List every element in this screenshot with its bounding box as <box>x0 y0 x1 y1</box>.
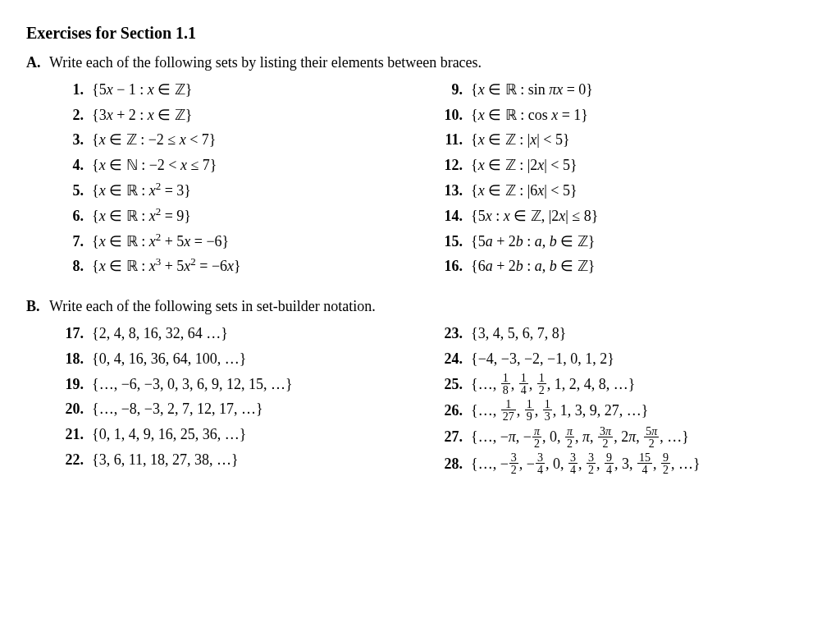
exercise-item: 3.{x ∈ ℤ : −2 ≤ x < 7} <box>56 128 435 152</box>
section-a-header: A. Write each of the following sets by l… <box>26 51 814 75</box>
exercise-expression: {3, 6, 11, 18, 27, 38, …} <box>92 448 239 472</box>
section-b-letter: B. <box>26 295 49 318</box>
exercise-item: 19.{…, −6, −3, 0, 3, 6, 9, 12, 15, …} <box>56 373 435 396</box>
exercise-item: 9.{x ∈ ℝ : sin πx = 0} <box>435 78 814 102</box>
exercise-expression: {…, −32, −34, 0, 34, 32, 94, 3, 154, 92,… <box>471 452 701 477</box>
exercise-expression: {0, 4, 16, 36, 64, 100, …} <box>92 347 246 371</box>
exercise-item: 4.{x ∈ ℕ : −2 < x ≤ 7} <box>56 153 435 177</box>
exercise-expression: {…, 18, 14, 12, 1, 2, 4, 8, …} <box>471 373 635 397</box>
exercise-expression: {…, 127, 19, 13, 1, 3, 9, 27, …} <box>471 399 648 424</box>
exercise-number: 14. <box>435 204 463 228</box>
exercise-expression: {2, 4, 8, 16, 32, 64 …} <box>92 322 228 346</box>
exercise-item: 24.{−4, −3, −2, −1, 0, 1, 2} <box>435 347 814 371</box>
exercise-expression: {x ∈ ℤ : |x| < 5} <box>471 128 570 152</box>
exercise-number: 21. <box>56 423 84 446</box>
exercise-expression: {5x − 1 : x ∈ ℤ} <box>92 78 192 102</box>
exercise-number: 17. <box>56 322 84 346</box>
exercise-item: 14.{5x : x ∈ ℤ, |2x| ≤ 8} <box>435 204 814 228</box>
exercise-item: 16.{6a + 2b : a, b ∈ ℤ} <box>435 254 814 278</box>
exercise-item: 25.{…, 18, 14, 12, 1, 2, 4, 8, …} <box>435 373 814 397</box>
exercise-expression: {3, 4, 5, 6, 7, 8} <box>471 322 566 346</box>
exercise-expression: {x ∈ ℝ : sin πx = 0} <box>471 78 593 102</box>
exercise-number: 7. <box>56 230 84 254</box>
exercise-item: 27.{…, −π, −π2, 0, π2, π, 3π2, 2π, 5π2, … <box>435 425 814 450</box>
exercise-number: 28. <box>435 452 463 476</box>
exercise-item: 22.{3, 6, 11, 18, 27, 38, …} <box>56 448 435 472</box>
exercise-expression: {x ∈ ℝ : cos x = 1} <box>471 103 588 127</box>
exercise-expression: {x ∈ ℝ : x2 = 3} <box>92 179 191 203</box>
exercise-item: 28.{…, −32, −34, 0, 34, 32, 94, 3, 154, … <box>435 452 814 477</box>
exercise-item: 17.{2, 4, 8, 16, 32, 64 …} <box>56 322 435 346</box>
exercise-item: 18.{0, 4, 16, 36, 64, 100, …} <box>56 347 435 371</box>
exercise-number: 19. <box>56 373 84 396</box>
section-a-prompt: Write each of the following sets by list… <box>49 51 482 75</box>
exercise-item: 8.{x ∈ ℝ : x3 + 5x2 = −6x} <box>56 254 435 278</box>
exercise-expression: {6a + 2b : a, b ∈ ℤ} <box>471 254 595 278</box>
exercise-number: 15. <box>435 230 463 254</box>
exercise-number: 2. <box>56 103 84 127</box>
exercise-expression: {x ∈ ℝ : x2 = 9} <box>92 204 191 228</box>
exercise-expression: {…, −π, −π2, 0, π2, π, 3π2, 2π, 5π2, …} <box>471 425 689 450</box>
exercise-expression: {…, −6, −3, 0, 3, 6, 9, 12, 15, …} <box>92 373 293 396</box>
exercise-item: 10.{x ∈ ℝ : cos x = 1} <box>435 103 814 127</box>
exercise-number: 1. <box>56 78 84 102</box>
exercise-item: 5.{x ∈ ℝ : x2 = 3} <box>56 179 435 203</box>
exercise-number: 23. <box>435 322 463 346</box>
exercise-number: 8. <box>56 254 84 278</box>
exercise-expression: {…, −8, −3, 2, 7, 12, 17, …} <box>92 397 263 421</box>
exercise-number: 5. <box>56 179 84 203</box>
exercise-item: 1.{5x − 1 : x ∈ ℤ} <box>56 78 435 102</box>
exercise-expression: {x ∈ ℕ : −2 < x ≤ 7} <box>92 153 217 177</box>
exercise-item: 13.{x ∈ ℤ : |6x| < 5} <box>435 179 814 203</box>
exercise-expression: {0, 1, 4, 9, 16, 25, 36, …} <box>92 423 246 446</box>
exercise-item: 23.{3, 4, 5, 6, 7, 8} <box>435 322 814 346</box>
exercise-expression: {x ∈ ℝ : x3 + 5x2 = −6x} <box>92 254 241 278</box>
exercise-number: 9. <box>435 78 463 102</box>
exercise-item: 20.{…, −8, −3, 2, 7, 12, 17, …} <box>56 397 435 421</box>
section-b-columns: 17.{2, 4, 8, 16, 32, 64 …}18.{0, 4, 16, … <box>26 320 814 478</box>
section-a-letter: A. <box>26 51 49 75</box>
exercise-item: 6.{x ∈ ℝ : x2 = 9} <box>56 204 435 228</box>
exercise-number: 22. <box>56 448 84 472</box>
section-b-prompt: Write each of the following sets in set-… <box>49 295 376 318</box>
section-b-left-col: 17.{2, 4, 8, 16, 32, 64 …}18.{0, 4, 16, … <box>56 320 435 478</box>
exercise-number: 27. <box>435 425 463 449</box>
exercise-number: 4. <box>56 153 84 177</box>
exercise-item: 15.{5a + 2b : a, b ∈ ℤ} <box>435 230 814 254</box>
exercise-number: 6. <box>56 204 84 228</box>
section-b-right-col: 23.{3, 4, 5, 6, 7, 8}24.{−4, −3, −2, −1,… <box>435 320 814 478</box>
exercise-expression: {x ∈ ℤ : |2x| < 5} <box>471 153 578 177</box>
exercise-number: 24. <box>435 347 463 371</box>
exercise-number: 26. <box>435 399 463 423</box>
exercise-number: 18. <box>56 347 84 371</box>
exercise-number: 20. <box>56 397 84 421</box>
exercise-expression: {5x : x ∈ ℤ, |2x| ≤ 8} <box>471 204 598 228</box>
exercise-number: 16. <box>435 254 463 278</box>
exercise-expression: {x ∈ ℝ : x2 + 5x = −6} <box>92 230 229 254</box>
exercise-item: 2.{3x + 2 : x ∈ ℤ} <box>56 103 435 127</box>
exercise-item: 26.{…, 127, 19, 13, 1, 3, 9, 27, …} <box>435 399 814 424</box>
exercise-number: 10. <box>435 103 463 127</box>
exercise-item: 21.{0, 1, 4, 9, 16, 25, 36, …} <box>56 423 435 446</box>
section-b-header: B. Write each of the following sets in s… <box>26 295 814 318</box>
exercise-item: 11.{x ∈ ℤ : |x| < 5} <box>435 128 814 152</box>
exercise-expression: {x ∈ ℤ : |6x| < 5} <box>471 179 578 203</box>
exercise-number: 3. <box>56 128 84 152</box>
exercise-expression: {3x + 2 : x ∈ ℤ} <box>92 103 192 127</box>
exercise-expression: {5a + 2b : a, b ∈ ℤ} <box>471 230 595 254</box>
exercise-number: 25. <box>435 373 463 396</box>
exercise-expression: {x ∈ ℤ : −2 ≤ x < 7} <box>92 128 216 152</box>
exercise-item: 7.{x ∈ ℝ : x2 + 5x = −6} <box>56 230 435 254</box>
section-a-right-col: 9.{x ∈ ℝ : sin πx = 0}10.{x ∈ ℝ : cos x … <box>435 76 814 280</box>
exercise-number: 12. <box>435 153 463 177</box>
exercise-number: 11. <box>435 128 463 152</box>
exercise-item: 12.{x ∈ ℤ : |2x| < 5} <box>435 153 814 177</box>
page-title: Exercises for Section 1.1 <box>26 20 814 46</box>
section-a-left-col: 1.{5x − 1 : x ∈ ℤ}2.{3x + 2 : x ∈ ℤ}3.{x… <box>56 76 435 280</box>
exercise-number: 13. <box>435 179 463 203</box>
exercise-expression: {−4, −3, −2, −1, 0, 1, 2} <box>471 347 614 371</box>
section-a-columns: 1.{5x − 1 : x ∈ ℤ}2.{3x + 2 : x ∈ ℤ}3.{x… <box>26 76 814 280</box>
